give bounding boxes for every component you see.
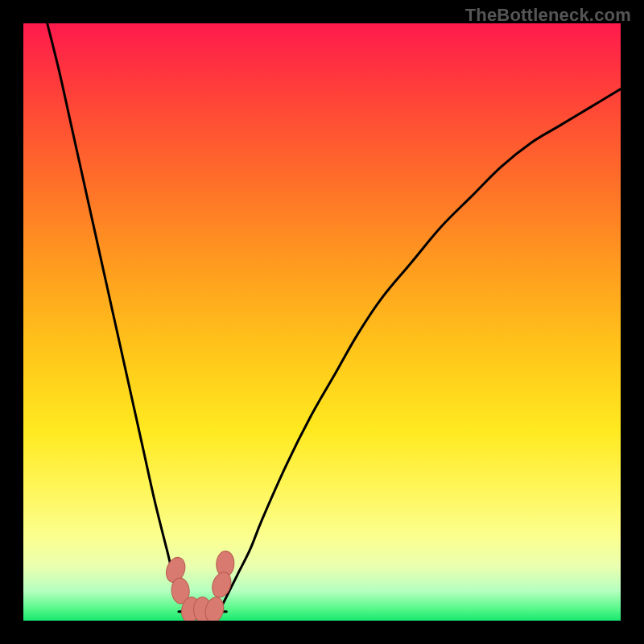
plot-area — [23, 23, 621, 621]
curve-layer — [47, 23, 621, 612]
chart-frame: TheBottleneck.com — [0, 0, 644, 644]
series-left-curve — [47, 23, 191, 609]
chart-svg — [23, 23, 621, 621]
series-right-curve — [221, 89, 621, 609]
watermark-text: TheBottleneck.com — [465, 5, 631, 26]
marker-layer — [163, 551, 234, 621]
